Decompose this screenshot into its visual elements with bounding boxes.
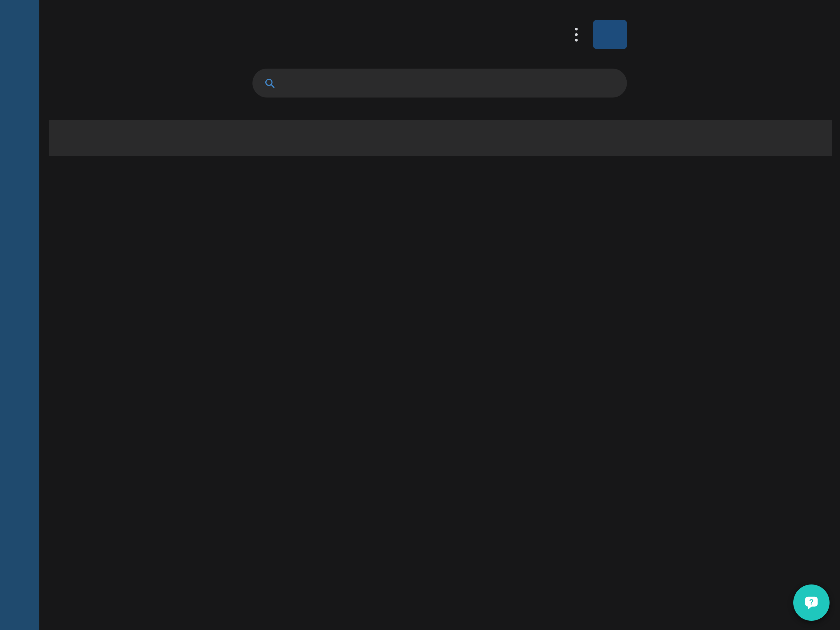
search-input[interactable] <box>283 77 616 89</box>
svg-text:?: ? <box>809 598 813 606</box>
page-header <box>253 20 627 49</box>
header-column <box>253 0 627 98</box>
help-chat-icon: ? <box>801 592 821 613</box>
kebab-dot <box>575 33 578 36</box>
patients-table <box>49 120 832 156</box>
table-header <box>49 120 832 156</box>
more-options-button[interactable] <box>573 25 580 44</box>
search-icon <box>264 77 276 89</box>
search-bar <box>253 69 627 98</box>
sidebar-spacer <box>0 0 39 621</box>
new-patient-button[interactable] <box>593 20 627 49</box>
main-content <box>39 0 840 630</box>
kebab-dot <box>575 28 578 30</box>
help-button[interactable]: ? <box>793 584 829 621</box>
kebab-dot <box>575 39 578 41</box>
header-actions <box>573 20 627 49</box>
sidebar <box>0 0 39 630</box>
